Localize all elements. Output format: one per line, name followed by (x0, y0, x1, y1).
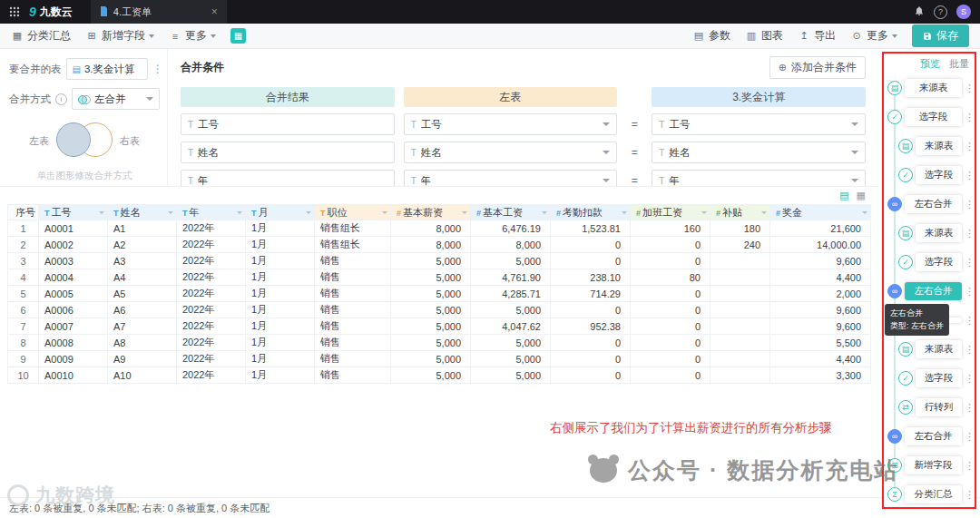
info-icon[interactable] (55, 93, 67, 105)
user-avatar[interactable]: S (956, 5, 971, 19)
step-label[interactable]: 左右合并 (905, 427, 962, 445)
tab-preview[interactable]: 预览 (920, 57, 940, 71)
step-label[interactable]: 选字段 (905, 108, 962, 126)
kebab-menu-icon[interactable]: ⋮ (965, 112, 972, 123)
left-table-field[interactable]: T年 (404, 170, 618, 186)
kebab-menu-icon[interactable]: ⋮ (965, 489, 972, 501)
column-header[interactable]: T月 (246, 205, 315, 220)
column-filter-icon[interactable] (622, 211, 627, 217)
column-filter-icon[interactable] (237, 211, 242, 217)
column-filter-icon[interactable] (382, 211, 387, 217)
table-row[interactable]: 7A0007A72022年1月销售5,0004,047.62952.3809,6… (8, 318, 871, 335)
merge-table-menu-icon[interactable] (152, 63, 160, 75)
venn-left-circle[interactable] (56, 122, 91, 157)
kebab-menu-icon[interactable]: ⋮ (965, 257, 972, 269)
table-row[interactable]: 1A0001A12022年1月销售组长8,0006,476.191,523.81… (8, 220, 871, 237)
result-field[interactable]: T年 (181, 170, 395, 186)
add-field-button[interactable]: 新增字段 (85, 28, 154, 44)
step-label[interactable]: 分类汇总 (905, 485, 962, 503)
table-row[interactable]: 10A0010A102022年1月销售5,0005,000003,300 (8, 367, 871, 384)
kebab-menu-icon[interactable]: ⋮ (965, 431, 972, 443)
list-view-icon[interactable] (839, 190, 848, 201)
kebab-menu-icon[interactable]: ⋮ (965, 83, 972, 94)
more-button-right[interactable]: 更多 (850, 28, 897, 44)
merge-table-select[interactable]: 3.奖金计算 (66, 58, 149, 80)
analysis-step[interactable]: ⊞新增字段⋮ (884, 451, 975, 480)
notification-bell-icon[interactable] (914, 4, 925, 20)
column-filter-icon[interactable] (862, 211, 867, 217)
analysis-step[interactable]: ▤来源表⋮ (884, 335, 975, 364)
kebab-menu-icon[interactable]: ⋮ (965, 315, 972, 327)
column-filter-icon[interactable] (306, 211, 311, 217)
right-table-field[interactable]: T年 (652, 170, 866, 186)
column-filter-icon[interactable] (99, 211, 104, 217)
column-header[interactable]: T年 (177, 205, 246, 220)
step-label[interactable]: 来源表 (916, 137, 962, 155)
column-header[interactable]: #基本工资 (471, 205, 551, 220)
analysis-step[interactable]: ∞左右合并⋮ (884, 422, 975, 451)
column-filter-icon[interactable] (168, 211, 173, 217)
column-header[interactable]: #加班工资 (631, 205, 710, 220)
tab-close-icon[interactable] (211, 6, 218, 17)
venn-diagram[interactable]: 左表 右表 (9, 122, 160, 159)
step-label[interactable]: 行转列 (916, 398, 962, 416)
analysis-step[interactable]: ✓选字段⋮ (884, 161, 975, 190)
column-header[interactable]: T职位 (315, 205, 391, 220)
step-label[interactable]: 选字段 (916, 253, 962, 271)
help-icon[interactable] (934, 5, 947, 19)
tab-batch[interactable]: 批量 (949, 57, 969, 71)
analysis-step[interactable]: ✓选字段⋮ (884, 103, 975, 132)
right-table-field[interactable]: T工号 (652, 113, 866, 135)
kebab-menu-icon[interactable]: ⋮ (965, 141, 972, 152)
result-field[interactable]: T姓名 (181, 142, 395, 163)
kebab-menu-icon[interactable]: ⋮ (965, 460, 972, 472)
more-button-left[interactable]: 更多 (169, 28, 216, 44)
params-button[interactable]: 参数 (692, 28, 730, 44)
analysis-step[interactable]: ▤来源表⋮ (884, 132, 975, 161)
step-label[interactable]: 来源表 (916, 340, 962, 358)
kebab-menu-icon[interactable]: ⋮ (965, 402, 972, 414)
table-row[interactable]: 5A0005A52022年1月销售5,0004,285.71714.2902,0… (8, 286, 871, 302)
kebab-menu-icon[interactable]: ⋮ (965, 344, 972, 356)
step-label[interactable]: 选字段 (916, 166, 962, 184)
column-header[interactable]: #奖金 (770, 205, 871, 220)
add-condition-button[interactable]: 添加合并条件 (769, 56, 866, 79)
column-header[interactable]: 序号 (8, 205, 39, 220)
analysis-step[interactable]: ▤来源表⋮ (884, 73, 975, 103)
analysis-step[interactable]: ∞左右合并⋮ (884, 190, 975, 219)
column-filter-icon[interactable] (761, 211, 767, 217)
group-summary-button[interactable]: 分类汇总 (11, 28, 71, 44)
left-table-field[interactable]: T姓名 (404, 142, 618, 163)
left-table-field[interactable]: T工号 (404, 113, 618, 135)
table-row[interactable]: 3A0003A32022年1月销售5,0005,000009,600 (8, 253, 871, 269)
table-row[interactable]: 6A0006A62022年1月销售5,0005,000009,600 (8, 302, 871, 318)
table-row[interactable]: 2A0002A22022年1月销售组长8,0008,0000024014,000… (8, 237, 871, 253)
kebab-menu-icon[interactable]: ⋮ (965, 228, 972, 239)
analysis-step[interactable]: ⇄行转列⋮ (884, 393, 975, 422)
table-row[interactable]: 8A0008A82022年1月销售5,0005,000005,500 (8, 335, 871, 351)
app-grid-icon[interactable] (9, 6, 20, 17)
kebab-menu-icon[interactable]: ⋮ (965, 286, 972, 298)
column-header[interactable]: #基本薪资 (391, 205, 471, 220)
column-header[interactable]: #补贴 (710, 205, 770, 220)
save-button[interactable]: 保存 (912, 24, 969, 47)
merge-mode-select[interactable]: 左合并 (72, 88, 160, 110)
right-table-field[interactable]: T姓名 (652, 142, 866, 163)
kebab-menu-icon[interactable]: ⋮ (965, 199, 972, 210)
step-label[interactable]: 来源表 (916, 224, 962, 242)
analysis-step[interactable]: ✓选字段⋮ (884, 364, 975, 393)
step-label[interactable]: 新增字段 (905, 456, 962, 474)
column-header[interactable]: T姓名 (108, 205, 177, 220)
column-header[interactable]: #考勤扣款 (551, 205, 631, 220)
result-field[interactable]: T工号 (181, 113, 395, 135)
analysis-step[interactable]: ✓选字段⋮ (884, 248, 975, 277)
app-logo[interactable]: 9 九数云 (29, 5, 73, 20)
kebab-menu-icon[interactable]: ⋮ (965, 170, 972, 181)
document-tab[interactable]: 4.工资单 (91, 0, 227, 24)
column-filter-icon[interactable] (462, 211, 467, 217)
flow-view-icon[interactable] (230, 28, 246, 44)
step-label[interactable]: 选字段 (916, 369, 962, 387)
analysis-step[interactable]: Σ分类汇总⋮ (884, 480, 975, 507)
column-filter-icon[interactable] (542, 211, 547, 217)
step-label[interactable]: 左右合并 (905, 195, 962, 213)
